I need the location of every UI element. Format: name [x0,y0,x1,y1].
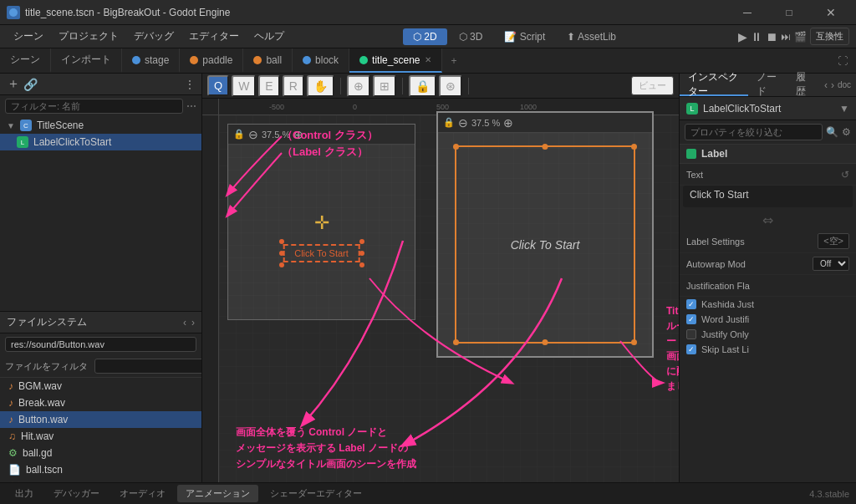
prop-resize-handle[interactable]: ⇔ [680,211,856,230]
tab-ball-scene[interactable]: ball [243,48,293,73]
cb-word[interactable]: ✓ [686,314,696,324]
cb-word-label: Word Justifi [701,314,749,324]
fs-item-balltscn[interactable]: 📄 ball.tscn [0,461,201,478]
mode-3d-button[interactable]: ⬡ 3D [449,28,493,45]
tab-block-scene[interactable]: block [293,48,349,73]
close-title-tab-icon[interactable]: ✕ [425,55,431,64]
tool-snap[interactable]: ⊞ [373,75,396,97]
minimize-button[interactable]: ─ [729,3,766,22]
tree-item-labelclicktostart[interactable]: L LabelClickToStart [0,134,201,150]
cb-kashida[interactable]: ✓ [686,299,696,309]
status-tab-audio[interactable]: オーディオ [111,485,174,502]
label-click-start-large: Click To Start [511,238,580,252]
tree-dots-button[interactable]: ⋮ [185,79,195,90]
fs-scene-icon: 📄 [8,464,21,476]
cb-kashida-label: Kashida Just [701,299,754,309]
add-node-button[interactable]: ＋ [7,75,20,93]
fs-item-break[interactable]: ♪ Break.wav [0,395,201,411]
cb-skip-last[interactable]: ✓ [686,344,696,354]
tab-title-scene[interactable]: title_scene ✕ [349,48,442,73]
tool-lock[interactable]: 🔒 [409,75,436,97]
inspector-back-button[interactable]: ‹ [824,79,828,91]
fs-filter-input[interactable] [94,359,201,374]
svg-point-0 [9,8,18,17]
rect-handle-tm [543,144,548,150]
vp-plus-button[interactable]: ⊕ [293,128,303,141]
fs-item-hit[interactable]: ♫ Hit.wav [0,428,201,445]
fs-item-bgm[interactable]: ♪ BGM.wav [0,378,201,395]
status-tab-output[interactable]: 出力 [7,485,42,502]
tool-group[interactable]: ⊛ [439,75,462,97]
tool-rotate[interactable]: E [258,75,279,97]
mode-script-button[interactable]: 📝 Script [494,28,555,45]
mode-2d-button[interactable]: ⬡ 2D [403,28,447,45]
vp2-minus-button[interactable]: ⊖ [458,116,468,130]
canvas-viewport[interactable]: -500 0 500 1000 🔒 ⊖ 37.5 % ⊕ [202,99,679,482]
tool-scale[interactable]: R [283,75,304,97]
property-filter-input[interactable] [685,124,823,140]
cb-justify-only[interactable] [686,329,696,339]
crosshair: ✛ [314,212,329,234]
scene-filter-input[interactable] [5,99,183,114]
tool-move[interactable]: W [232,75,256,97]
fs-back-button[interactable]: ‹ [183,317,186,328]
tool-pivot[interactable]: ⊕ [347,75,370,97]
tab-paddle-scene[interactable]: paddle [180,48,243,73]
menu-help[interactable]: ヘルプ [247,26,291,47]
tab-node[interactable]: ノード [748,74,787,96]
mode-assetlib-button[interactable]: ⬆ AssetLib [557,28,626,45]
movie-button[interactable]: 🎬 [794,31,807,43]
inspector-docs-button[interactable]: doc [838,80,851,89]
menu-project[interactable]: プロジェクト [52,26,125,47]
fs-item-bigkatsu[interactable]: 📁 BigKatsu... [0,478,201,482]
scene-tree-panel: ＋ 🔗 ⋮ ⋯ ▼ C TitleScene L LabelClickToSta… [0,74,201,312]
expand-tabs-button[interactable]: ⛶ [829,48,856,73]
prop-text-reset[interactable]: ↺ [841,169,849,181]
menu-editor[interactable]: エディター [182,26,246,47]
status-tab-animation[interactable]: アニメーション [177,485,258,502]
filter-settings-icon[interactable]: ⚙ [842,126,851,138]
tool-pan[interactable]: ✋ [307,75,334,97]
status-tab-shader[interactable]: シェーダーエディター [262,485,370,502]
filter-search-icon[interactable]: 🔍 [826,126,838,138]
file-system-panel: ファイルシステム ‹ › ファイルをフィルタ 🔍 ≡ ♪ BGM.wav ♪ [0,312,201,482]
fs-forward-button[interactable]: › [191,317,195,328]
add-tab-button[interactable]: + [442,48,465,73]
vp2-plus-button[interactable]: ⊕ [503,116,513,130]
menu-scene[interactable]: シーン [7,26,50,47]
inspector-forward-button[interactable]: › [831,79,834,91]
file-system-header: ファイルシステム ‹ › [0,312,201,333]
handle-bl [279,262,284,267]
prop-autowrap-select[interactable]: Off [813,257,849,271]
small-zoom-display: 37.5 % [262,130,290,140]
pause-button[interactable]: ⏸ [751,30,762,43]
inspector-node-dropdown[interactable]: ▼ [839,103,849,115]
node-titlescene-label: TitleScene [37,120,84,131]
tab-stage-scene[interactable]: stage [122,48,180,73]
status-bar: 出力 デバッガー オーディオ アニメーション シェーダーエディター 4.3.st… [0,482,856,504]
fs-item-ballgd[interactable]: ⚙ ball.gd [0,445,201,461]
stop-button[interactable]: ⏹ [766,30,777,43]
view-button[interactable]: ビュー [631,76,674,95]
menu-debug[interactable]: デバッグ [127,26,181,47]
tab-import-panel[interactable]: インポート [51,48,122,73]
prop-label-settings: Label Settings <空> [680,230,856,253]
step-button[interactable]: ⏭ [781,31,791,43]
fs-item-button[interactable]: ♪ Button.wav [0,411,201,428]
close-button[interactable]: ✕ [813,3,849,22]
tab-inspector[interactable]: インスペクター [680,74,748,96]
label-section-icon [686,149,696,159]
status-tab-debugger[interactable]: デバッガー [45,485,108,502]
maximize-button[interactable]: □ [771,3,808,22]
filter-options-button[interactable]: ⋯ [186,100,196,112]
play-button[interactable]: ▶ [738,30,747,43]
tree-item-titlescene[interactable]: ▼ C TitleScene [0,117,201,134]
link-node-button[interactable]: 🔗 [23,78,38,91]
vp-minus-button[interactable]: ⊖ [248,128,258,141]
fs-path-input[interactable] [5,337,196,352]
vp2-lock-icon: 🔒 [443,117,455,128]
remote-button[interactable]: 互換性 [810,28,849,45]
tab-history[interactable]: 履歴 [787,74,819,96]
tab-scene-panel[interactable]: シーン [0,48,51,73]
tool-select[interactable]: Q [207,75,229,96]
